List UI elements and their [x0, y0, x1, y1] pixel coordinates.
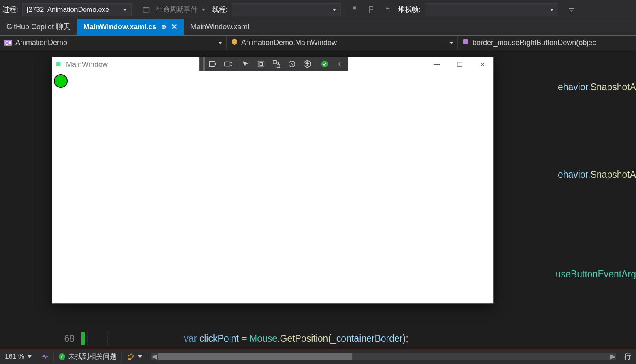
running-app-window[interactable]: MainWindow — ☐ ✕ [52, 57, 494, 304]
xaml-debug-toolbar[interactable] [199, 57, 348, 71]
chevron-down-icon [138, 355, 142, 358]
nav-method-label: border_mouseRightButtonDown(objec [472, 38, 596, 47]
nav-class[interactable]: AnimationDemo.MainWindow [227, 36, 458, 50]
app-canvas[interactable] [52, 72, 493, 303]
zoom-control[interactable]: 161 % [0, 349, 36, 364]
indent-guide [87, 332, 108, 345]
code-fragment: useButtonEventArg [556, 269, 636, 280]
nav-class-label: AnimationDemo.MainWindow [241, 38, 337, 47]
line-number: 68 [0, 333, 81, 344]
accessibility-icon[interactable] [300, 57, 315, 70]
svg-rect-6 [260, 62, 262, 65]
csharp-badge-icon: C# [4, 40, 12, 46]
class-icon [231, 38, 238, 47]
chevron-down-icon[interactable] [202, 9, 206, 11]
flag-icon[interactable] [349, 4, 362, 16]
minimize-button[interactable]: — [425, 57, 448, 72]
tab-mainwindow-cs[interactable]: MainWindow.xaml.cs ⊕ ✕ [77, 19, 184, 35]
thread-combo[interactable] [232, 3, 341, 16]
divider [345, 4, 345, 16]
maximize-button[interactable]: ☐ [448, 57, 471, 72]
svg-rect-3 [210, 62, 215, 67]
close-icon[interactable]: ✕ [171, 22, 177, 31]
tab-label: MainWindow.xaml [190, 23, 249, 31]
chevron-down-icon [449, 42, 453, 44]
svg-rect-2 [463, 39, 468, 44]
divider [136, 4, 136, 16]
svg-rect-0 [143, 7, 149, 12]
app-title: MainWindow [66, 60, 108, 69]
heartbeat-icon [41, 353, 49, 360]
svg-rect-1 [569, 8, 574, 9]
track-focus-icon[interactable] [269, 57, 284, 70]
scroll-left-icon[interactable]: ◀ [151, 353, 158, 360]
svg-rect-7 [273, 61, 276, 64]
code-fragment: ehavior.SnapshotA [558, 82, 636, 93]
overflow-icon[interactable] [566, 4, 578, 16]
go-to-live-tree-icon[interactable] [205, 57, 221, 70]
scroll-right-icon[interactable]: ▶ [609, 353, 616, 360]
health-indicator[interactable] [36, 349, 53, 364]
nav-project[interactable]: C# AnimationDemo [0, 36, 227, 50]
nav-project-label: AnimationDemo [15, 38, 67, 47]
cleanup-button[interactable] [122, 349, 147, 364]
lifecycle-icon[interactable] [140, 4, 152, 16]
stackframe-label: 堆栈帧: [398, 5, 421, 14]
chevron-down-icon [218, 42, 222, 44]
issues-status[interactable]: ✓ 未找到相关问题 [54, 349, 121, 364]
svg-rect-8 [277, 64, 280, 67]
grip-icon[interactable] [200, 57, 205, 71]
thread-label: 线程: [212, 5, 228, 14]
hot-reload-status-icon[interactable] [317, 57, 332, 70]
flag-outline-icon[interactable] [366, 4, 378, 16]
svg-rect-5 [258, 61, 264, 67]
pin-icon[interactable]: ⊕ [161, 23, 166, 30]
tab-label: MainWindow.xaml.cs [83, 23, 156, 31]
chevron-down-icon [28, 355, 32, 358]
process-value: [2732] AnimationDemo.exe [27, 6, 109, 14]
code-line-text: var clickPoint = Mouse.GetPosition(_cont… [108, 322, 408, 348]
swap-icon[interactable] [382, 4, 394, 16]
check-ok-icon: ✓ [59, 353, 65, 360]
tab-label: GitHub Copilot 聊天 [6, 22, 70, 32]
scroll-thumb[interactable] [158, 353, 352, 360]
lifecycle-label: 生命周期事件 [156, 5, 198, 14]
debug-toolbar: 进程: [2732] AnimationDemo.exe 生命周期事件 线程: … [0, 0, 636, 19]
method-icon [462, 38, 469, 47]
app-icon [55, 61, 62, 68]
zoom-value: 161 % [5, 353, 24, 361]
code-nav-bar: C# AnimationDemo AnimationDemo.MainWindo… [0, 36, 636, 50]
process-combo[interactable]: [2732] AnimationDemo.exe [22, 3, 132, 16]
chevron-down-icon [123, 9, 127, 11]
binding-diagnostics-icon[interactable] [284, 57, 300, 70]
collapse-icon[interactable] [332, 57, 348, 70]
line-indicator[interactable]: 行 [619, 349, 636, 364]
status-bar: 161 % ✓ 未找到相关问题 ◀ ▶ 行 [0, 349, 636, 364]
stackframe-combo[interactable] [425, 3, 558, 16]
layout-adorners-icon[interactable] [253, 57, 269, 70]
change-marker [81, 332, 85, 345]
chevron-down-icon [550, 9, 554, 11]
horizontal-scrollbar[interactable]: ◀ ▶ [151, 353, 616, 360]
tab-mainwindow-xaml[interactable]: MainWindow.xaml [184, 19, 255, 35]
issues-text: 未找到相关问题 [68, 352, 117, 361]
close-button[interactable]: ✕ [471, 57, 493, 72]
tab-copilot[interactable]: GitHub Copilot 聊天 [0, 19, 77, 35]
chevron-down-icon [332, 9, 336, 11]
svg-point-12 [321, 61, 328, 68]
select-element-icon[interactable] [238, 57, 253, 70]
record-icon[interactable] [221, 57, 236, 70]
code-fragment: ehavior.SnapshotA [558, 169, 636, 180]
svg-rect-4 [225, 62, 230, 66]
line-label: 行 [624, 352, 631, 361]
nav-method[interactable]: border_mouseRightButtonDown(objec [458, 36, 636, 50]
document-tabs: GitHub Copilot 聊天 MainWindow.xaml.cs ⊕ ✕… [0, 19, 636, 36]
green-ball[interactable] [54, 74, 68, 88]
svg-point-11 [307, 62, 308, 63]
process-label: 进程: [2, 5, 18, 14]
